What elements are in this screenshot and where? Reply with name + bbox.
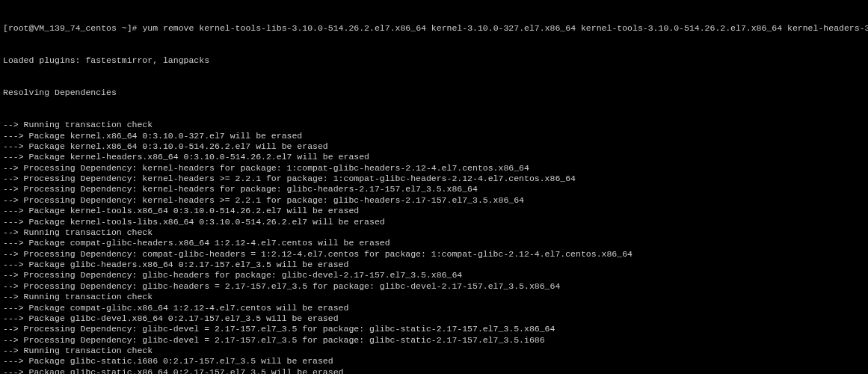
trace-line: --> Running transaction check bbox=[3, 227, 865, 238]
trace-line: --> Processing Dependency: glibc-headers… bbox=[3, 281, 865, 292]
trace-line: ---> Package kernel.x86_64 0:3.10.0-327.… bbox=[3, 131, 865, 141]
prompt-line: [root@VM_139_74_centos ~]# yum remove ke… bbox=[3, 23, 865, 34]
trace-line: ---> Package kernel-headers.x86_64 0:3.1… bbox=[3, 152, 865, 162]
trace-line: --> Running transaction check bbox=[3, 346, 865, 356]
trace-line: --> Processing Dependency: kernel-header… bbox=[3, 163, 865, 174]
prompt-host: VM_139_74_centos bbox=[34, 23, 116, 33]
trace-line: ---> Package kernel.x86_64 0:3.10.0-514.… bbox=[3, 141, 865, 152]
trace-line: --> Processing Dependency: glibc-devel =… bbox=[3, 324, 865, 334]
prompt-cwd: ~ bbox=[122, 23, 127, 33]
command-text: yum remove kernel-tools-libs-3.10.0-514.… bbox=[142, 23, 868, 33]
trace-line: ---> Package compat-glibc-headers.x86_64… bbox=[3, 238, 865, 248]
trace-line: --> Processing Dependency: glibc-devel =… bbox=[3, 335, 865, 346]
prompt-user: root bbox=[8, 23, 29, 33]
trace-line: ---> Package glibc-static.x86_64 0:2.17-… bbox=[3, 367, 865, 374]
trace-line: --> Processing Dependency: kernel-header… bbox=[3, 195, 865, 206]
trace-line: --> Processing Dependency: kernel-header… bbox=[3, 184, 865, 194]
trace-line: ---> Package compat-glibc.x86_64 1:2.12-… bbox=[3, 303, 865, 313]
trace-line: ---> Package kernel-tools.x86_64 0:3.10.… bbox=[3, 206, 865, 216]
trace-line: --> Processing Dependency: compat-glibc-… bbox=[3, 249, 865, 260]
dependency-trace: --> Running transaction check---> Packag… bbox=[3, 120, 865, 374]
trace-line: --> Processing Dependency: kernel-header… bbox=[3, 174, 865, 184]
trace-line: ---> Package glibc-static.i686 0:2.17-15… bbox=[3, 356, 865, 367]
plugins-line: Loaded plugins: fastestmirror, langpacks bbox=[3, 55, 865, 66]
trace-line: --> Running transaction check bbox=[3, 292, 865, 302]
trace-line: --> Processing Dependency: glibc-headers… bbox=[3, 270, 865, 280]
trace-line: ---> Package kernel-tools-libs.x86_64 0:… bbox=[3, 217, 865, 227]
trace-line: --> Running transaction check bbox=[3, 120, 865, 130]
trace-line: ---> Package glibc-headers.x86_64 0:2.17… bbox=[3, 260, 865, 270]
resolve-header: Resolving Dependencies bbox=[3, 88, 865, 98]
trace-line: ---> Package glibc-devel.x86_64 0:2.17-1… bbox=[3, 313, 865, 324]
terminal[interactable]: [root@VM_139_74_centos ~]# yum remove ke… bbox=[0, 0, 868, 374]
